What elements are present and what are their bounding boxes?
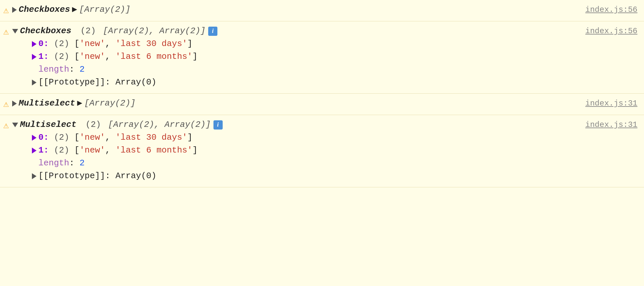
count-child-0-4: (2) <box>49 131 74 144</box>
separator-3: ▶ <box>77 97 83 110</box>
length-val-4: 2 <box>80 157 85 170</box>
label-multiselect-3: Multiselect <box>19 97 75 110</box>
child-0-row-4: 0: (2) [ 'new' , 'last 30 days' ] <box>12 131 637 144</box>
expand-proto-4[interactable] <box>32 173 37 179</box>
row-header-3: Multiselect ▶ [Array(2)] index.js:31 <box>12 97 637 110</box>
colon-length-2: : <box>69 63 79 76</box>
item-1-0: 'new' <box>80 50 105 63</box>
array-count-2: (2) <box>81 25 96 37</box>
comma-0: , <box>105 37 115 50</box>
bracket-close-0: ] <box>187 37 192 50</box>
expand-arrow-3[interactable] <box>12 101 17 107</box>
array-summary-3: [Array(2)] <box>84 97 136 110</box>
proto-label-4: [[Prototype]]: Array(0) <box>38 170 157 182</box>
expand-child-1[interactable] <box>32 54 37 60</box>
proto-row-2: [[Prototype]]: Array(0) <box>12 76 637 89</box>
array-summary-1: [Array(2)] <box>79 3 131 16</box>
comma-1-4: , <box>105 144 115 157</box>
child-1-row-4: 1: (2) [ 'new' , 'last 6 months' ] <box>12 144 637 157</box>
count-child-1: (2) <box>49 50 74 63</box>
index-0-4: 0: <box>38 131 49 144</box>
file-link-2[interactable]: index.js:56 <box>585 25 637 37</box>
item-0-0-4: 'new' <box>80 131 105 144</box>
index-1-4: 1: <box>38 144 49 157</box>
bracket-open-0: [ <box>74 37 80 50</box>
item-1-1: 'last 6 months' <box>115 50 192 63</box>
proto-label-2: [[Prototype]]: Array(0) <box>38 76 157 89</box>
label-multiselect-4: Multiselect <box>20 118 77 131</box>
collapse-arrow-2[interactable] <box>12 29 18 34</box>
log-row-4: ⚠ Multiselect (2) [Array(2), Array(2)] i… <box>0 115 644 187</box>
bracket-close-1-4: ] <box>192 144 198 157</box>
separator-2 <box>73 25 79 37</box>
array-summary-2: [Array(2), Array(2)] <box>103 25 206 37</box>
index-0: 0: <box>38 37 49 50</box>
bracket-open-1: [ <box>74 50 80 63</box>
row-header-1: Checkboxes ▶ [Array(2)] index.js:56 <box>12 3 637 16</box>
length-key-2: length <box>38 63 69 76</box>
file-link-3[interactable]: index.js:31 <box>585 98 637 109</box>
expand-child-0-4[interactable] <box>32 135 37 141</box>
separator-2b <box>96 25 101 37</box>
bracket-close-1: ] <box>192 50 198 63</box>
row-header-2: Checkboxes (2) [Array(2), Array(2)] i in… <box>12 25 637 37</box>
info-badge-2[interactable]: i <box>208 27 217 36</box>
item-1-1-4: 'last 6 months' <box>115 144 192 157</box>
item-0-1: 'last 30 days' <box>115 37 187 50</box>
console-panel: ⚠ Checkboxes ▶ [Array(2)] index.js:56 ⚠ … <box>0 0 644 286</box>
log-content-4: Multiselect (2) [Array(2), Array(2)] i i… <box>12 118 637 182</box>
separator-1: ▶ <box>72 3 77 16</box>
separator-4 <box>79 118 84 131</box>
comma-1: , <box>105 50 115 63</box>
item-0-0: 'new' <box>80 37 105 50</box>
expand-proto-2[interactable] <box>32 80 37 85</box>
count-child-1-4: (2) <box>49 144 74 157</box>
child-1-row: 1: (2) [ 'new' , 'last 6 months' ] <box>12 50 637 63</box>
label-checkboxes-2: Checkboxes <box>20 25 71 37</box>
item-1-0-4: 'new' <box>80 144 105 157</box>
log-row-2: ⚠ Checkboxes (2) [Array(2), Array(2)] i … <box>0 21 644 94</box>
log-row-1: ⚠ Checkboxes ▶ [Array(2)] index.js:56 <box>0 0 644 21</box>
separator-4b <box>101 118 106 131</box>
index-1: 1: <box>38 50 49 63</box>
expand-child-1-4[interactable] <box>32 148 37 154</box>
warning-icon-1: ⚠ <box>3 4 9 18</box>
info-badge-4[interactable]: i <box>213 120 223 130</box>
count-child-0: (2) <box>49 37 74 50</box>
log-content-1: Checkboxes ▶ [Array(2)] index.js:56 <box>12 3 637 16</box>
warning-icon-2: ⚠ <box>3 25 9 39</box>
length-val-2: 2 <box>80 63 85 76</box>
log-row-3: ⚠ Multiselect ▶ [Array(2)] index.js:31 <box>0 94 644 115</box>
bracket-open-1-4: [ <box>74 144 80 157</box>
expand-arrow-1[interactable] <box>12 7 17 13</box>
warning-icon-3: ⚠ <box>3 98 9 111</box>
file-link-1[interactable]: index.js:56 <box>585 4 637 16</box>
child-0-row: 0: (2) [ 'new' , 'last 30 days' ] <box>12 37 637 50</box>
array-count-4: (2) <box>86 118 101 131</box>
item-0-1-4: 'last 30 days' <box>115 131 187 144</box>
bracket-close-0-4: ] <box>187 131 192 144</box>
colon-length-4: : <box>69 157 79 170</box>
length-row-2: length : 2 <box>12 63 637 76</box>
row-header-4: Multiselect (2) [Array(2), Array(2)] i i… <box>12 118 637 131</box>
warning-icon-4: ⚠ <box>3 119 9 133</box>
log-content-3: Multiselect ▶ [Array(2)] index.js:31 <box>12 97 637 110</box>
comma-0-4: , <box>105 131 115 144</box>
file-link-4[interactable]: index.js:31 <box>585 119 637 131</box>
label-checkboxes-1: Checkboxes <box>19 3 70 16</box>
length-key-4: length <box>38 157 69 170</box>
log-content-2: Checkboxes (2) [Array(2), Array(2)] i in… <box>12 25 637 89</box>
bracket-open-0-4: [ <box>74 131 80 144</box>
array-summary-4: [Array(2), Array(2)] <box>108 118 211 131</box>
proto-row-4: [[Prototype]]: Array(0) <box>12 170 637 182</box>
length-row-4: length : 2 <box>12 157 637 170</box>
collapse-arrow-4[interactable] <box>12 123 18 127</box>
expand-child-0[interactable] <box>32 41 37 47</box>
